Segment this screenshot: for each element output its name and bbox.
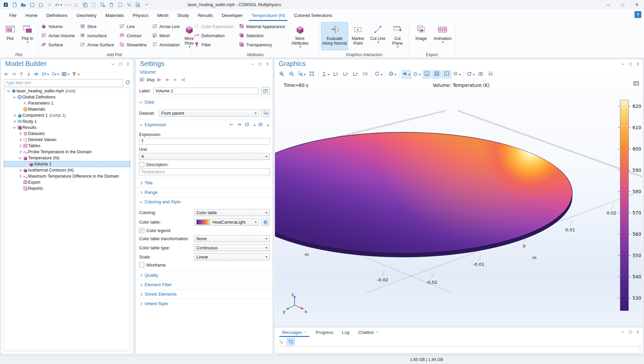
tab-home[interactable]: Home <box>21 9 42 21</box>
float-icon[interactable] <box>628 62 633 67</box>
update-button[interactable] <box>466 70 475 78</box>
new-file-icon[interactable] <box>11 1 18 8</box>
axes-toggle-button[interactable] <box>423 70 431 78</box>
show-eye-icon[interactable] <box>34 71 39 77</box>
next-expression-icon[interactable] <box>237 122 242 129</box>
arrow-volume-button[interactable]: Arrow Volume <box>39 31 78 40</box>
section-header-data[interactable]: Data <box>136 97 273 107</box>
filter-button[interactable]: Filter <box>192 40 237 49</box>
view-xz-button[interactable]: xz <box>351 70 360 78</box>
import-table-button[interactable] <box>261 218 270 226</box>
tree-node-materials[interactable]: Materials <box>4 106 130 112</box>
close-tab-icon[interactable]: × <box>376 330 379 335</box>
environment-button[interactable] <box>388 70 397 78</box>
selection-button[interactable]: Selection <box>237 31 288 40</box>
tree-node-probe-temperature-in-the-domain[interactable]: Probe Temperature in the Domain <box>4 149 130 155</box>
select-box-icon[interactable] <box>116 1 124 8</box>
zoom-out-button[interactable] <box>287 70 296 78</box>
dataset-select[interactable]: From parent <box>159 110 259 117</box>
image-button[interactable]: Image <box>410 22 432 50</box>
section-header-shrink-elements[interactable]: Shrink Elements <box>136 289 273 299</box>
pin-icon[interactable] <box>636 330 640 335</box>
tree-node-maximum-temperature-difference-in-the-domain[interactable]: *Maximum Temperature Difference in the D… <box>4 173 130 179</box>
zoom-box-button[interactable] <box>297 70 306 78</box>
color-table-transformation-select[interactable]: None <box>194 235 270 242</box>
close-tab-icon[interactable]: × <box>304 330 307 335</box>
pin-icon[interactable] <box>265 62 270 67</box>
tree-node-temperature-ht[interactable]: Temperature (ht) <box>4 155 130 161</box>
app-logo-icon[interactable] <box>2 1 9 8</box>
color-legend-checkbox[interactable]: ✓ <box>139 228 144 233</box>
plot-button[interactable]: Plot <box>1 22 19 50</box>
plot-first-button[interactable] <box>157 77 162 83</box>
float-icon[interactable] <box>118 62 123 67</box>
snapshot-button[interactable] <box>476 70 485 78</box>
expression-field[interactable]: T <box>139 138 270 145</box>
insert-expression-icon[interactable] <box>258 122 264 129</box>
tree-node-datasets[interactable]: Datasets <box>4 131 130 137</box>
deformation-button[interactable]: Deformation <box>192 31 237 40</box>
slice-button[interactable]: Slice <box>78 22 117 31</box>
tree-node-global-definitions[interactable]: Global Definitions <box>4 94 130 100</box>
tree-node-isothermal-contours-ht[interactable]: Isothermal Contours (ht) <box>4 167 130 173</box>
tab-mesh[interactable]: Mesh <box>153 9 173 21</box>
tree-node-component-1[interactable]: Component 1(comp 1) <box>4 112 130 118</box>
node-filter-icon[interactable] <box>71 71 80 77</box>
tree-filter-input[interactable]: Type filter text <box>4 79 123 87</box>
go-to-view-button[interactable] <box>321 70 330 78</box>
color-theme-button[interactable] <box>452 70 461 78</box>
more-attributes-button[interactable]: More Attributes <box>288 22 312 50</box>
section-header-coloring[interactable]: Coloring and Style <box>136 197 273 206</box>
tab-temperature-ht[interactable]: Temperature (ht) <box>247 9 289 21</box>
pin-icon[interactable] <box>636 62 640 67</box>
grid-toggle-button[interactable] <box>432 70 441 78</box>
animation-button[interactable]: Animation <box>432 22 454 50</box>
nav-back-icon[interactable] <box>4 71 9 77</box>
tree-chevron[interactable] <box>6 90 11 92</box>
help-button[interactable]: ? <box>635 11 641 18</box>
tree-node-tables[interactable]: Tables <box>4 143 130 149</box>
evaluate-along-normal-button[interactable]: Evaluate Along Normal <box>321 22 348 50</box>
cut-line-button[interactable]: Cut Line <box>368 22 387 50</box>
menu-icon[interactable] <box>111 62 115 67</box>
node-columns-icon[interactable] <box>61 71 69 77</box>
save-icon[interactable] <box>28 1 36 8</box>
tab-physics[interactable]: Physics <box>128 9 153 21</box>
run-icon[interactable] <box>46 1 53 8</box>
section-header-expression[interactable]: Expression <box>136 120 273 129</box>
tree-node-parameters-1[interactable]: PiParameters 1 <box>4 100 130 106</box>
tree-node-laser-heating-wafer-mph[interactable]: laser_heating_wafer.mph(root) <box>4 88 130 94</box>
material-appearance-button[interactable]: Material Appearance <box>237 22 288 31</box>
duplicate-icon[interactable] <box>99 1 106 8</box>
arrow-line-button[interactable]: Arrow Line <box>150 22 183 31</box>
menu-icon[interactable] <box>621 62 625 67</box>
overflow-icon[interactable] <box>143 1 150 8</box>
orthographic-button[interactable] <box>361 70 369 78</box>
tab-geometry[interactable]: Geometry <box>72 9 101 21</box>
tab-messages[interactable]: Messages× <box>278 327 311 337</box>
pin-icon[interactable] <box>126 62 130 67</box>
tab-progress[interactable]: Progress <box>312 327 337 337</box>
description-checkbox[interactable] <box>139 162 144 167</box>
section-header-inherit-style[interactable]: Inherit Style <box>136 299 273 308</box>
tree-node-study-1[interactable]: Study 1 <box>4 118 130 124</box>
minimize-button[interactable]: ─ <box>601 0 616 9</box>
streamline-button[interactable]: Streamline <box>117 40 150 49</box>
tree-chevron[interactable] <box>12 114 17 116</box>
float-icon[interactable] <box>628 330 633 335</box>
annotation-button[interactable]: TAnnotation <box>150 40 183 49</box>
plot-area[interactable]: Time=60 s Volume: Temperature (K) <box>275 78 643 325</box>
tree-chevron[interactable] <box>18 175 22 177</box>
section-header-title[interactable]: Title <box>136 178 273 187</box>
unit-field[interactable]: K <box>139 153 270 160</box>
plot-previous-button[interactable] <box>165 77 170 83</box>
tree-chevron[interactable] <box>18 133 22 135</box>
tab-results[interactable]: Results <box>193 9 217 21</box>
tree-node-reports[interactable]: Reports <box>4 185 130 191</box>
tab-definitions[interactable]: Definitions <box>42 9 72 21</box>
highlight-icon[interactable] <box>125 1 133 8</box>
clear-broom-button[interactable] <box>277 338 285 345</box>
move-up-icon[interactable] <box>19 71 24 77</box>
tree-chevron[interactable] <box>18 145 22 147</box>
tree-chevron[interactable] <box>12 120 17 122</box>
